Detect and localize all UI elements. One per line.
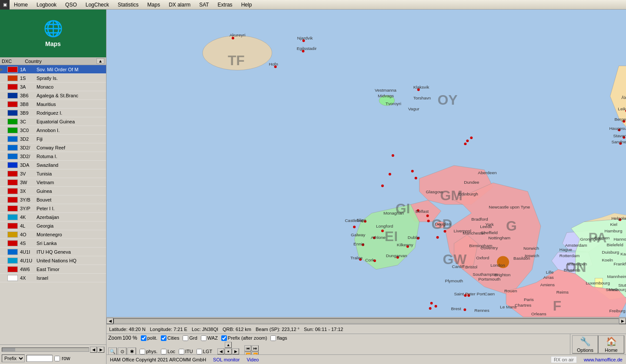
table-row[interactable]: 4XIsrael [0,274,106,282]
waz-checkbox[interactable] [201,335,206,341]
table-row[interactable]: 4SSri Lanka [0,239,106,248]
table-row[interactable]: 4OMontenegro [0,230,106,239]
scroll-up-btn[interactable]: ▲ [97,58,104,64]
menu-maps[interactable]: Maps [143,1,164,9]
itu-checkbox[interactable] [179,349,184,354]
table-row[interactable]: 3CEquatorial Guinea [0,117,106,126]
table-row[interactable]: 4LGeorgia [0,222,106,230]
svg-point-30 [464,142,466,145]
country-text: East Timor [37,267,106,272]
table-row[interactable]: 3D2/Conway Reef [0,143,106,152]
table-row[interactable]: 3B8Mauritius [0,100,106,109]
nav-skip-left-btn[interactable]: ⏮ [244,345,251,351]
svg-point-63 [619,142,622,145]
loc-checkbox[interactable] [161,349,166,354]
svg-point-35 [415,177,417,179]
map-area[interactable]: TF OY LA OZ GI GD EI GM G GW PA ON DL F … [107,10,626,317]
home-btn[interactable]: 🏠 Home [598,335,624,354]
table-row[interactable]: 3Y/BBouvet [0,195,106,204]
svg-point-2 [379,95,395,106]
phys-checkbox[interactable] [140,349,145,354]
sidebar-hscroll[interactable]: ◀ ▶ [2,347,104,353]
flags-checkbox[interactable] [270,335,276,341]
prefix-text: 3B8 [19,102,37,107]
table-row[interactable]: 3XGuinea [0,187,106,195]
zoom-value: 100 % [123,335,137,341]
nav-skip-right-btn[interactable]: ⏭ [252,345,259,351]
menu-extras[interactable]: Extras [213,1,237,9]
scroll-right-btn[interactable]: ▶ [97,347,104,353]
hscroll-track[interactable] [113,318,619,324]
table-row[interactable]: 3C0Annobon I. [0,126,106,135]
table-row[interactable]: 3B6Agalega & St.Branc [0,91,106,100]
hscroll-thumb[interactable] [2,348,15,351]
table-row[interactable]: 1SSpratly Is. [0,74,106,83]
nav-center-btn[interactable]: ● [225,348,232,354]
table-row[interactable]: 3Y/PPeter I I. [0,204,106,213]
hscroll-left-btn[interactable]: ◀ [107,318,113,324]
table-row[interactable]: 3D2Fiji [0,135,106,143]
controls-bar: Zoom 100 % polit. Cities Grd [107,334,626,354]
dxc-rows[interactable]: ▶1ASov. Mil Order Of M1SSpratly Is.3AMon… [0,65,106,344]
zoom-label: Zoom [108,335,122,341]
flag-icon [7,171,18,177]
menu-dxalarm[interactable]: DX alarm [164,1,195,9]
svg-rect-0 [107,10,626,317]
table-row[interactable]: 3D2/Rotuma I. [0,152,106,161]
table-row[interactable]: 3VTunisia [0,169,106,178]
svg-point-33 [389,173,391,175]
nav-right-btn[interactable]: ▶ [232,348,239,354]
menu-logcheck[interactable]: LogCheck [81,1,113,9]
cities-label: Cities [167,335,180,341]
menu-home[interactable]: Home [10,1,32,9]
polit-checkbox[interactable] [141,335,147,341]
prefix-dropdown[interactable]: Prefix [2,354,25,362]
lgt-label: LGT [203,349,212,354]
flag-icon [7,266,18,272]
nav-left-btn[interactable]: ◀ [217,348,224,354]
table-row[interactable]: 3WVietnam [0,178,106,187]
map-hscroll[interactable]: ◀ ▶ [107,317,626,324]
prefix-text: 4X [19,275,37,281]
menu-help[interactable]: Help [237,1,256,9]
country-text: Agalega & St.Branc [37,93,106,98]
options-btn[interactable]: 🔧 Options [572,335,598,354]
table-row[interactable]: 3AMonaco [0,83,106,91]
sidebar-header: 🌐 Maps [0,10,106,57]
table-row[interactable]: 3DASwaziland [0,161,106,169]
hscroll-track[interactable] [2,347,89,352]
search-input[interactable] [27,355,53,362]
table-row[interactable]: 4U1UUnited Nations HQ [0,256,106,265]
grd-checkbox[interactable] [183,335,188,341]
table-row[interactable]: 4KAzerbaijan [0,213,106,222]
check-loc: Loc [161,349,175,354]
row-checkbox[interactable] [54,356,60,361]
website-link[interactable]: www.hamoffice.de [584,357,623,362]
table-row[interactable]: 4U1IITU HQ Geneva [0,248,106,256]
menu-sat[interactable]: SAT [195,1,213,9]
flag-icon [7,119,18,125]
hscroll-right-btn[interactable]: ▶ [619,318,626,324]
controls-top-row: Zoom 100 % polit. Cities Grd [108,335,568,342]
table-row[interactable]: 4W6East Timor [0,265,106,274]
menu-qso[interactable]: QSO [61,1,81,9]
svg-rect-15 [595,278,603,288]
video-link[interactable]: Video [246,357,259,362]
table-row[interactable]: ▶1ASov. Mil Order Of M [0,65,106,74]
scroll-left-btn[interactable]: ◀ [90,347,97,353]
flag-icon [7,84,18,90]
menu-statistics[interactable]: Statistics [113,1,143,9]
cities-checkbox[interactable] [161,335,166,341]
lgt-checkbox[interactable] [196,349,202,354]
table-row[interactable]: 3B9Rodriguez I. [0,109,106,117]
svg-point-60 [429,307,432,310]
nav-up-btn[interactable]: ▲ [225,342,232,348]
svg-point-59 [435,305,437,308]
country-text: Fiji [37,136,106,142]
svg-point-68 [618,129,620,131]
sol-monitor-link[interactable]: SOL monitor [213,357,240,362]
flag-icon [7,66,18,73]
prefix-zoom-checkbox[interactable] [221,335,227,341]
svg-point-21 [302,40,305,42]
menu-logbook[interactable]: Logbook [32,1,61,9]
